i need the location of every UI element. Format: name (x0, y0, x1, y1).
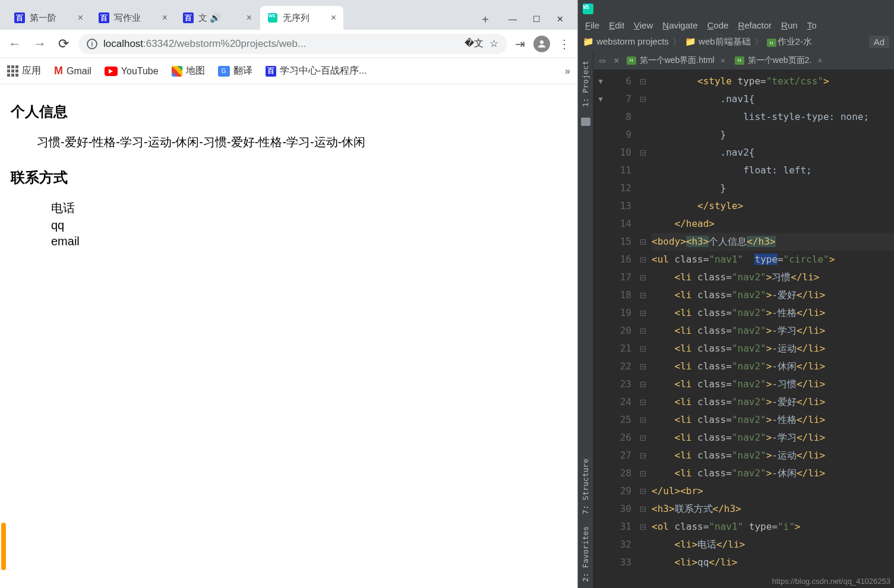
code-editor[interactable]: ▼▼ 6789101112131415161718192021222324252… (593, 70, 894, 588)
line-numbers: 6789101112131415161718192021222324252627… (608, 70, 637, 588)
nav-item: -休闲 (338, 134, 366, 150)
bookmark-star-icon[interactable]: ☆ (489, 37, 498, 50)
url-field[interactable]: i localhost:63342/webstorm%20projects/we… (78, 34, 507, 54)
menu-navigate[interactable]: Navigate (659, 20, 701, 30)
webstorm-icon (583, 4, 593, 14)
watermark-url: https://blog.csdn.net/qq_41026253 (772, 577, 891, 586)
bookmarks-bar: 应用 MGmail YouTube 地图 G翻译 百学习中心-百战程序... » (0, 58, 577, 84)
breadcrumb-segment[interactable]: H作业2-水 (767, 36, 812, 48)
browser-tabs: 百第一阶×百写作业×百文🔊×无序列× (0, 6, 475, 30)
file-tab[interactable]: H第一个web界面.html× (622, 51, 730, 69)
ide-menu-bar: FileEditViewNavigateCodeRefactorRunTo (578, 18, 894, 32)
baidu-icon: 百 (266, 66, 276, 77)
menu-edit[interactable]: Edit (605, 20, 628, 30)
breadcrumb-segment[interactable]: 📁 webstorm projects (583, 36, 669, 47)
forward-button[interactable]: → (31, 34, 49, 54)
menu-code[interactable]: Code (704, 20, 732, 30)
nav-item: -运动 (144, 134, 172, 150)
file-tab[interactable]: H第一个web页面2.× (730, 51, 827, 69)
menu-view[interactable]: View (630, 20, 656, 30)
close-tab-icon[interactable]: × (247, 12, 252, 23)
close-tool-icon[interactable]: × (611, 55, 622, 66)
editor-tabs: ▭ × H第一个web界面.html×H第一个web页面2.× (593, 51, 894, 70)
list-item: qq (51, 219, 567, 232)
ide-body: 1: Project 7: Structure 2: Favorites ▭ ×… (578, 51, 894, 588)
heading-contact: 联系方式 (11, 168, 567, 187)
apps-icon (7, 65, 18, 77)
translate-bookmark[interactable]: G翻译 (218, 65, 252, 77)
page-content: 个人信息 习惯-爱好-性格-学习-运动-休闲-习惯-爱好-性格-学习-运动-休闲… (0, 84, 577, 588)
bookmarks-overflow-icon[interactable]: » (565, 66, 570, 77)
maps-icon (172, 66, 182, 77)
contact-list: 电话qqemail (51, 200, 567, 248)
new-tab-button[interactable]: + (475, 10, 495, 30)
url-text: localhost:63342/webstorm%20projects/web.… (103, 38, 459, 50)
svg-point-0 (540, 40, 544, 44)
nav-item: -性格 (255, 134, 283, 150)
close-button[interactable]: ✕ (556, 14, 564, 24)
minimize-button[interactable]: — (508, 14, 517, 24)
translate-icon: G (218, 66, 230, 77)
close-file-icon[interactable]: × (817, 56, 822, 65)
menu-refactor[interactable]: Refactor (734, 20, 775, 30)
editor-area: ▭ × H第一个web界面.html×H第一个web页面2.× ▼▼ 67891… (593, 51, 894, 588)
youtube-icon (105, 67, 118, 76)
site-info-icon[interactable]: i (87, 39, 97, 49)
close-tab-icon[interactable]: × (78, 12, 83, 23)
breadcrumb-segment[interactable]: 📁 web前端基础 (685, 36, 751, 48)
chrome-browser: 百第一阶×百写作业×百文🔊×无序列× + — ☐ ✕ ← → ⟳ i local… (0, 0, 578, 588)
profile-avatar[interactable] (533, 36, 550, 52)
close-tab-icon[interactable]: × (331, 12, 336, 23)
nav-item: -爱好 (61, 134, 89, 150)
ide-titlebar (578, 0, 894, 18)
project-tool-icon[interactable]: ▭ (593, 55, 611, 66)
structure-tool-tab[interactable]: 7: Structure (580, 453, 591, 520)
address-bar: ← → ⟳ i localhost:63342/webstorm%20proje… (0, 30, 577, 58)
menu-file[interactable]: File (582, 20, 603, 30)
heading-personal-info: 个人信息 (11, 102, 567, 121)
ide-breadcrumbs: 📁 webstorm projects〉📁 web前端基础〉H作业2-水Ad (578, 32, 894, 51)
apps-bookmark[interactable]: 应用 (7, 65, 41, 77)
nav-item: -性格 (89, 134, 116, 150)
browser-titlebar: 百第一阶×百写作业×百文🔊×无序列× + — ☐ ✕ (0, 0, 577, 30)
scroll-indicator (1, 523, 6, 570)
nav-item: -学习 (282, 134, 310, 150)
maps-bookmark[interactable]: 地图 (172, 65, 205, 77)
window-controls: — ☐ ✕ (495, 14, 577, 30)
code-content[interactable]: <style type="text/css"> .nav1{ list-styl… (648, 70, 894, 588)
study-bookmark[interactable]: 百学习中心-百战程序... (266, 65, 367, 77)
browser-tab[interactable]: 百写作业× (91, 6, 175, 30)
webstorm-ide: FileEditViewNavigateCodeRefactorRunTo 📁 … (578, 0, 894, 588)
nav-item: -休闲 (172, 134, 200, 150)
menu-run[interactable]: Run (778, 20, 801, 30)
list-item: email (51, 235, 567, 248)
folder-icon (581, 118, 590, 126)
reload-button[interactable]: ⟳ (56, 34, 71, 54)
back-button[interactable]: ← (6, 34, 24, 54)
menu-to[interactable]: To (804, 20, 820, 30)
favorites-tool-tab[interactable]: 2: Favorites (580, 520, 591, 588)
close-file-icon[interactable]: × (721, 56, 725, 65)
ide-tool-sidebar: 1: Project 7: Structure 2: Favorites (578, 51, 593, 588)
list-item: 电话 (51, 200, 567, 216)
maximize-button[interactable]: ☐ (532, 14, 541, 24)
nav-list: 习惯-爱好-性格-学习-运动-休闲-习惯-爱好-性格-学习-运动-休闲 (37, 134, 567, 150)
browser-tab[interactable]: 百第一阶× (7, 6, 90, 30)
nav-item: 习惯 (37, 134, 61, 150)
browser-tab[interactable]: 无序列× (260, 6, 343, 30)
browser-tab[interactable]: 百文🔊× (176, 6, 259, 30)
add-config-button[interactable]: Ad (869, 36, 889, 48)
menu-icon[interactable]: ⋮ (557, 36, 571, 52)
project-tool-tab[interactable]: 1: Project (580, 55, 591, 113)
nav-item: -运动 (310, 134, 338, 150)
nav-item: -习惯 (199, 134, 227, 150)
nav-item: -学习 (116, 134, 144, 150)
close-tab-icon[interactable]: × (162, 12, 168, 23)
nav-item: -爱好 (227, 134, 255, 150)
reader-mode-icon[interactable]: ⇥ (514, 36, 526, 52)
gmail-bookmark[interactable]: MGmail (54, 65, 91, 77)
gmail-icon: M (54, 65, 63, 77)
translate-icon[interactable]: �文 (465, 37, 484, 50)
youtube-bookmark[interactable]: YouTube (105, 66, 159, 77)
